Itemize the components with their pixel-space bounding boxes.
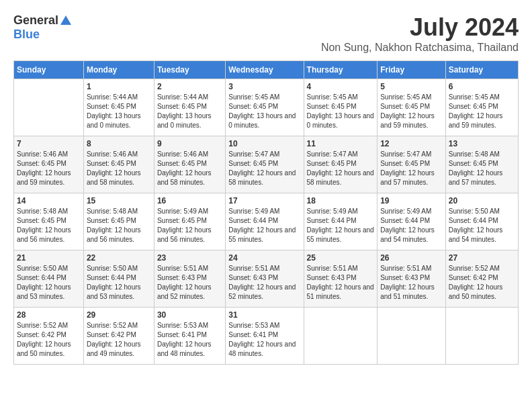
sunset-text: Sunset: 6:45 PM	[228, 103, 278, 110]
calendar-cell: 31Sunrise: 5:53 AMSunset: 6:41 PMDayligh…	[226, 308, 304, 365]
sunrise-text: Sunrise: 5:50 AM	[17, 265, 68, 272]
day-number: 23	[157, 253, 222, 263]
sunset-text: Sunset: 6:45 PM	[87, 103, 136, 110]
day-number: 11	[307, 139, 375, 148]
sunset-text: Sunset: 6:41 PM	[228, 331, 278, 338]
daylight-text: Daylight: 12 hours and 53 minutes.	[87, 283, 141, 300]
daylight-text: Daylight: 12 hours and 52 minutes.	[157, 283, 212, 300]
calendar-cell: 25Sunrise: 5:51 AMSunset: 6:43 PMDayligh…	[304, 250, 378, 308]
daylight-text: Daylight: 13 hours and 0 minutes.	[228, 112, 296, 129]
sunset-text: Sunset: 6:44 PM	[228, 217, 278, 224]
day-number: 12	[380, 139, 443, 148]
header: General Blue July 2024 Non Sung, Nakhon …	[13, 13, 519, 54]
logo-blue-text: Blue	[13, 28, 40, 41]
sunrise-text: Sunrise: 5:45 AM	[228, 93, 279, 101]
calendar-cell: 2Sunrise: 5:44 AMSunset: 6:45 PMDaylight…	[154, 79, 225, 136]
calendar-cell: 6Sunrise: 5:45 AMSunset: 6:45 PMDaylight…	[445, 79, 518, 136]
daylight-text: Daylight: 13 hours and 0 minutes.	[87, 112, 141, 129]
calendar-cell: 12Sunrise: 5:47 AMSunset: 6:45 PMDayligh…	[378, 136, 446, 193]
day-number: 25	[307, 253, 375, 263]
calendar-cell: 16Sunrise: 5:49 AMSunset: 6:45 PMDayligh…	[154, 193, 225, 250]
daylight-text: Daylight: 12 hours and 57 minutes.	[380, 169, 435, 186]
sunset-text: Sunset: 6:41 PM	[157, 331, 207, 338]
sunrise-text: Sunrise: 5:49 AM	[157, 208, 208, 215]
sunset-text: Sunset: 6:44 PM	[87, 274, 136, 281]
sunrise-text: Sunrise: 5:49 AM	[380, 208, 431, 215]
daylight-text: Daylight: 12 hours and 56 minutes.	[17, 226, 71, 243]
sunset-text: Sunset: 6:45 PM	[449, 160, 498, 167]
sunset-text: Sunset: 6:42 PM	[87, 331, 136, 338]
sunrise-text: Sunrise: 5:48 AM	[87, 208, 138, 215]
day-info: Sunrise: 5:44 AMSunset: 6:45 PMDaylight:…	[87, 93, 151, 130]
daylight-text: Daylight: 12 hours and 59 minutes.	[380, 112, 435, 129]
daylight-text: Daylight: 12 hours and 54 minutes.	[449, 226, 503, 243]
sunset-text: Sunset: 6:45 PM	[307, 160, 357, 167]
sunset-text: Sunset: 6:45 PM	[380, 103, 430, 110]
day-number: 14	[17, 196, 81, 205]
calendar-cell	[445, 308, 518, 365]
daylight-text: Daylight: 12 hours and 58 minutes.	[87, 169, 141, 186]
sunrise-text: Sunrise: 5:46 AM	[157, 150, 208, 158]
day-info: Sunrise: 5:51 AMSunset: 6:43 PMDaylight:…	[228, 264, 300, 302]
calendar-cell: 28Sunrise: 5:52 AMSunset: 6:42 PMDayligh…	[14, 308, 84, 365]
day-number: 30	[157, 310, 222, 320]
sunrise-text: Sunrise: 5:49 AM	[228, 208, 279, 215]
day-number: 18	[307, 196, 375, 205]
daylight-text: Daylight: 12 hours and 58 minutes.	[157, 169, 212, 186]
calendar-cell: 18Sunrise: 5:49 AMSunset: 6:44 PMDayligh…	[304, 193, 378, 250]
sunrise-text: Sunrise: 5:47 AM	[307, 150, 358, 158]
day-number: 10	[228, 139, 300, 148]
calendar-table: SundayMondayTuesdayWednesdayThursdayFrid…	[13, 60, 519, 365]
sunset-text: Sunset: 6:45 PM	[87, 160, 136, 167]
calendar-cell: 27Sunrise: 5:52 AMSunset: 6:42 PMDayligh…	[445, 250, 518, 308]
daylight-text: Daylight: 12 hours and 51 minutes.	[380, 283, 435, 300]
calendar-header-saturday: Saturday	[445, 61, 518, 79]
day-info: Sunrise: 5:52 AMSunset: 6:42 PMDaylight:…	[17, 321, 81, 359]
sunset-text: Sunset: 6:44 PM	[380, 217, 430, 224]
day-number: 17	[228, 196, 300, 205]
sunset-text: Sunset: 6:43 PM	[157, 274, 207, 281]
daylight-text: Daylight: 12 hours and 59 minutes.	[17, 169, 71, 186]
calendar-cell: 17Sunrise: 5:49 AMSunset: 6:44 PMDayligh…	[226, 193, 304, 250]
calendar-cell: 19Sunrise: 5:49 AMSunset: 6:44 PMDayligh…	[378, 193, 446, 250]
sunrise-text: Sunrise: 5:48 AM	[17, 208, 68, 215]
day-number: 26	[380, 253, 443, 263]
sunrise-text: Sunrise: 5:50 AM	[449, 208, 500, 215]
daylight-text: Daylight: 12 hours and 57 minutes.	[449, 169, 503, 186]
daylight-text: Daylight: 12 hours and 55 minutes.	[228, 226, 296, 243]
daylight-text: Daylight: 12 hours and 54 minutes.	[380, 226, 435, 243]
day-number: 7	[17, 139, 81, 148]
svg-marker-0	[60, 15, 71, 25]
day-number: 24	[228, 253, 300, 263]
calendar-cell: 23Sunrise: 5:51 AMSunset: 6:43 PMDayligh…	[154, 250, 225, 308]
daylight-text: Daylight: 12 hours and 55 minutes.	[307, 226, 374, 243]
day-info: Sunrise: 5:51 AMSunset: 6:43 PMDaylight:…	[307, 264, 375, 302]
calendar-cell: 26Sunrise: 5:51 AMSunset: 6:43 PMDayligh…	[378, 250, 446, 308]
sunset-text: Sunset: 6:43 PM	[228, 274, 278, 281]
sunrise-text: Sunrise: 5:46 AM	[87, 150, 138, 158]
daylight-text: Daylight: 12 hours and 52 minutes.	[228, 283, 296, 300]
sunrise-text: Sunrise: 5:49 AM	[307, 208, 358, 215]
sunset-text: Sunset: 6:45 PM	[87, 217, 136, 224]
month-title: July 2024	[321, 13, 519, 42]
day-info: Sunrise: 5:47 AMSunset: 6:45 PMDaylight:…	[307, 150, 375, 187]
sunset-text: Sunset: 6:45 PM	[157, 103, 207, 110]
sunrise-text: Sunrise: 5:45 AM	[307, 93, 358, 101]
day-info: Sunrise: 5:50 AMSunset: 6:44 PMDaylight:…	[17, 264, 81, 302]
day-info: Sunrise: 5:44 AMSunset: 6:45 PMDaylight:…	[157, 93, 222, 130]
day-number: 8	[87, 139, 151, 148]
calendar-header-monday: Monday	[83, 61, 154, 79]
day-number: 27	[449, 253, 515, 263]
calendar-cell: 13Sunrise: 5:48 AMSunset: 6:45 PMDayligh…	[445, 136, 518, 193]
calendar-cell: 24Sunrise: 5:51 AMSunset: 6:43 PMDayligh…	[226, 250, 304, 308]
daylight-text: Daylight: 12 hours and 49 minutes.	[87, 340, 141, 357]
calendar-header-sunday: Sunday	[14, 61, 84, 79]
day-info: Sunrise: 5:49 AMSunset: 6:44 PMDaylight:…	[228, 207, 300, 244]
sunset-text: Sunset: 6:45 PM	[228, 160, 278, 167]
sunrise-text: Sunrise: 5:53 AM	[228, 322, 279, 329]
day-info: Sunrise: 5:45 AMSunset: 6:45 PMDaylight:…	[380, 93, 443, 130]
day-number: 4	[307, 82, 375, 91]
calendar-cell: 7Sunrise: 5:46 AMSunset: 6:45 PMDaylight…	[14, 136, 84, 193]
sunrise-text: Sunrise: 5:47 AM	[228, 150, 279, 158]
sunset-text: Sunset: 6:45 PM	[307, 103, 357, 110]
